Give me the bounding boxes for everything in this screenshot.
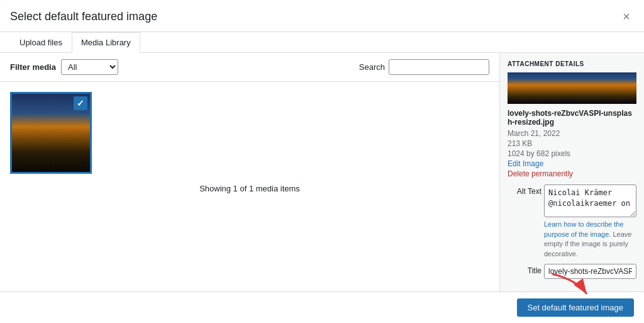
attachment-sidebar: ATTACHMENT DETAILS lovely-shots-reZbvcVA… <box>499 53 644 292</box>
search-input[interactable] <box>389 59 489 75</box>
media-showing-count: Showing 1 of 1 media items <box>10 174 489 203</box>
modal: Select default featured image × Upload f… <box>0 0 644 323</box>
title-row: Title <box>508 264 636 279</box>
title-label: Title <box>508 264 541 275</box>
modal-title: Select default featured image <box>10 10 157 23</box>
media-grid-container[interactable]: ✓ Showing 1 of 1 media items <box>0 82 499 292</box>
set-featured-image-button[interactable]: Set default featured image <box>517 298 635 317</box>
modal-body: Filter media All Images Audio Video Sear… <box>0 53 644 292</box>
attachment-filename: lovely-shots-reZbvcVASPI-unsplash-resize… <box>508 109 636 127</box>
search-label: Search <box>359 62 385 72</box>
alt-text-input-wrap: Nicolai Krämer @nicolaikraemer on Learn … <box>544 184 636 259</box>
filter-bar: Filter media All Images Audio Video Sear… <box>0 53 499 82</box>
title-input-wrap <box>544 264 636 279</box>
modal-header: Select default featured image × <box>0 0 644 32</box>
modal-close-button[interactable]: × <box>619 9 634 24</box>
media-item[interactable]: ✓ <box>10 92 92 174</box>
tab-media-library[interactable]: Media Library <box>72 32 140 53</box>
filter-select[interactable]: All Images Audio Video <box>61 59 118 75</box>
media-item-check-icon: ✓ <box>74 96 87 110</box>
footer-button-container: Set default featured image <box>517 298 635 317</box>
tab-upload[interactable]: Upload files <box>10 32 72 53</box>
modal-footer: Set default featured image <box>0 292 644 323</box>
title-input[interactable] <box>544 264 636 279</box>
attachment-fields: Alt Text Nicolai Krämer @nicolaikraemer … <box>508 184 636 284</box>
alt-text-row: Alt Text Nicolai Krämer @nicolaikraemer … <box>508 184 636 259</box>
filter-label: Filter media <box>10 62 56 72</box>
media-area: Filter media All Images Audio Video Sear… <box>0 53 499 292</box>
attachment-size: 213 KB <box>508 139 636 148</box>
alt-text-label: Alt Text <box>508 184 541 196</box>
attachment-thumbnail <box>508 72 636 104</box>
attachment-delete-link[interactable]: Delete permanently <box>508 169 636 178</box>
alt-text-input[interactable]: Nicolai Krämer @nicolaikraemer on <box>544 184 636 217</box>
attachment-dimensions: 1024 by 682 pixels <box>508 149 636 158</box>
filter-left: Filter media All Images Audio Video <box>10 59 118 75</box>
attachment-date: March 21, 2022 <box>508 129 636 138</box>
modal-overlay: Select default featured image × Upload f… <box>0 0 644 323</box>
media-grid: ✓ <box>10 92 489 174</box>
modal-tabs: Upload files Media Library <box>0 32 644 53</box>
alt-help-text: Learn how to describe the purpose of the… <box>544 220 636 259</box>
search-area: Search <box>359 59 489 75</box>
attachment-edit-link[interactable]: Edit Image <box>508 159 636 168</box>
attachment-section-title: ATTACHMENT DETAILS <box>508 60 636 67</box>
